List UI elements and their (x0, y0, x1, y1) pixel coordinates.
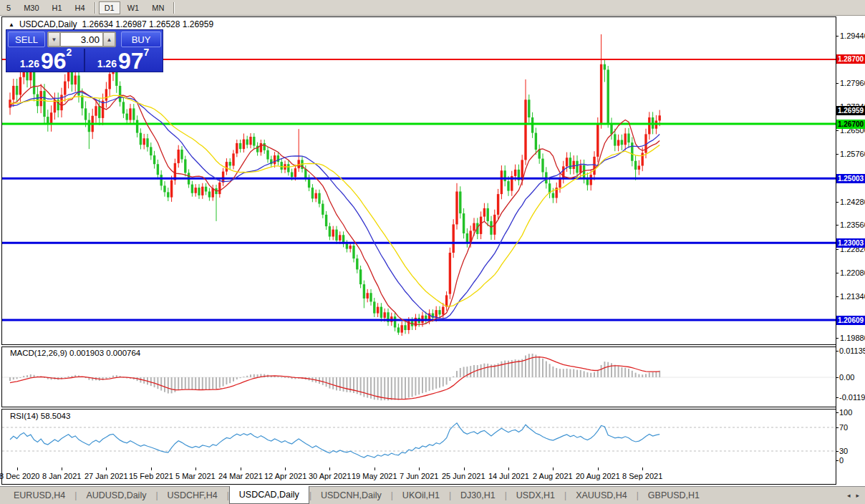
chart-border-top (1, 16, 836, 17)
arrow-down-icon: ▼ (52, 37, 57, 43)
price-tick (836, 273, 839, 273)
sell-price-quote[interactable]: 1.26 96 2 (8, 49, 85, 72)
price-level-flag: 1.28700 (836, 54, 865, 64)
date-tick (151, 467, 152, 470)
volume-increase-button[interactable]: ▲ (103, 32, 115, 47)
buy-button[interactable]: BUY (121, 32, 161, 47)
price-tick-label[interactable]: 1.25760 (840, 150, 865, 158)
date-label[interactable]: 12 Apr 2021 (264, 472, 306, 480)
price-level-flag: 1.23003 (836, 238, 865, 248)
trading-platform-window: 5M30H1H4D1W1MN ▲ USDCAD,Daily 1.26634 1.… (0, 0, 865, 504)
date-label[interactable]: 2 Aug 2021 (533, 472, 573, 480)
date-tick (195, 467, 196, 470)
price-tick (836, 338, 839, 339)
tab-scroll-right-icon[interactable]: ▸ (856, 492, 859, 499)
chart-border-left (1, 16, 2, 485)
date-label[interactable]: 5 Mar 2021 (175, 472, 216, 480)
rsi-label: RSI(14) 58.5043 (10, 412, 70, 420)
sell-price-point: 2 (67, 47, 72, 57)
date-tick (374, 467, 375, 470)
price-level-flag: 1.20609 (836, 316, 865, 325)
date-label[interactable]: 8 Jan 2021 (42, 472, 81, 480)
date-tick (106, 467, 107, 470)
date-tick (62, 467, 62, 470)
rsi-tick (836, 412, 839, 413)
sell-button[interactable]: SELL (8, 32, 45, 47)
date-tick (508, 467, 509, 470)
rsi-panel-divider[interactable] (1, 407, 836, 410)
date-label[interactable]: 7 Jun 2021 (400, 472, 438, 480)
date-label[interactable]: 25 Jun 2021 (442, 472, 485, 480)
macd-panel-divider[interactable] (1, 344, 836, 347)
date-tick (241, 467, 241, 470)
price-tick-label[interactable]: 1.19880 (840, 334, 865, 342)
date-tick (329, 467, 330, 470)
date-tick (285, 467, 286, 470)
buy-price-pips: 97 (118, 52, 144, 71)
price-tick-label[interactable]: 1.24280 (840, 198, 865, 206)
chart-canvas[interactable] (0, 0, 865, 504)
date-label[interactable]: 27 Jan 2021 (84, 472, 128, 480)
buy-price-point: 7 (144, 47, 150, 57)
chart-tab-usdcnh[interactable]: USDCNH,Daily (311, 487, 391, 504)
chart-tab-ukoil[interactable]: UKOil,H1 (393, 487, 449, 504)
price-tick (836, 202, 839, 203)
arrow-up-icon: ▲ (107, 37, 112, 43)
date-tick (464, 467, 465, 470)
one-click-trade-widget: SELL ▼ 3.00 ▲ BUY 1.26 96 2 1.26 97 7 (6, 29, 163, 72)
chart-title: ▲ USDCAD,Daily 1.26634 1.26987 1.26528 1… (9, 19, 213, 29)
buy-price-base: 1.26 (97, 59, 117, 71)
chart-tab-eurusd[interactable]: EURUSD,H4 (4, 487, 74, 504)
price-tick-label[interactable]: 1.23560 (840, 220, 865, 229)
sell-price-base: 1.26 (20, 59, 39, 71)
volume-input[interactable]: 3.00 (60, 32, 103, 47)
date-tick (17, 467, 18, 470)
buy-price-quote[interactable]: 1.26 97 7 (85, 49, 161, 72)
rsi-tick (836, 460, 839, 461)
chart-ohlc-values: 1.26634 1.26987 1.26528 1.26959 (82, 19, 214, 29)
chart-tab-usdchf[interactable]: USDCHF,H4 (158, 487, 227, 504)
chart-tab-usdcad[interactable]: USDCAD,Daily (229, 486, 309, 504)
price-level-flag: 1.26700 (836, 120, 865, 129)
date-label[interactable]: 24 Mar 2021 (218, 472, 263, 480)
rsi-tick-label: 30 (839, 447, 848, 455)
chart-tab-gbpusd[interactable]: GBPUSD,H1 (639, 487, 709, 504)
date-tick (642, 467, 643, 470)
price-tick (836, 154, 839, 155)
date-tick (419, 467, 420, 470)
price-tick (836, 225, 839, 226)
date-label[interactable]: 15 Feb 2021 (129, 472, 173, 480)
macd-tick (836, 397, 839, 398)
sell-price-pips: 96 (41, 52, 67, 71)
price-tick-label[interactable]: 1.21340 (840, 292, 865, 301)
date-label[interactable]: 20 Aug 2021 (576, 472, 620, 480)
symbol-tabbar: EURUSD,H4|AUDUSD,Daily|USDCHF,H4|USDCAD,… (0, 486, 865, 504)
price-tick (836, 296, 839, 297)
date-label[interactable]: 14 Jul 2021 (488, 472, 529, 480)
chart-tab-dj30[interactable]: DJ30,H1 (451, 487, 505, 504)
price-axis-line[interactable] (836, 16, 836, 485)
price-tick-label[interactable]: 1.29440 (840, 32, 865, 40)
collapse-triangle-icon[interactable]: ▲ (9, 21, 14, 28)
chart-tab-usdx[interactable]: USDX,H1 (507, 487, 564, 504)
macd-tick-label: 0.01135 (839, 346, 865, 355)
volume-decrease-button[interactable]: ▼ (48, 32, 60, 47)
price-tick-label[interactable]: 1.27960 (840, 79, 865, 87)
chart-border-bottom (1, 484, 836, 485)
tab-scroll-left-icon[interactable]: ◂ (847, 492, 851, 499)
chart-symbol: USDCAD,Daily (19, 19, 77, 29)
macd-tick-label: -0.01190 (839, 393, 865, 402)
price-tick (836, 130, 839, 131)
date-label[interactable]: 19 May 2021 (352, 472, 397, 480)
date-tick (598, 467, 599, 470)
date-label[interactable]: 8 Sep 2021 (622, 472, 662, 480)
chart-tab-xauusd[interactable]: XAUUSD,H4 (566, 487, 637, 504)
macd-tick (836, 377, 839, 378)
chart-tab-audusd[interactable]: AUDUSD,Daily (77, 487, 155, 504)
date-label[interactable]: 18 Dec 2020 (0, 472, 39, 480)
date-label[interactable]: 30 Apr 2021 (309, 472, 351, 480)
price-tick (836, 83, 839, 84)
rsi-tick-label: 0 (839, 456, 844, 465)
rsi-tick (836, 451, 839, 452)
price-tick-label[interactable]: 1.22080 (840, 268, 865, 277)
